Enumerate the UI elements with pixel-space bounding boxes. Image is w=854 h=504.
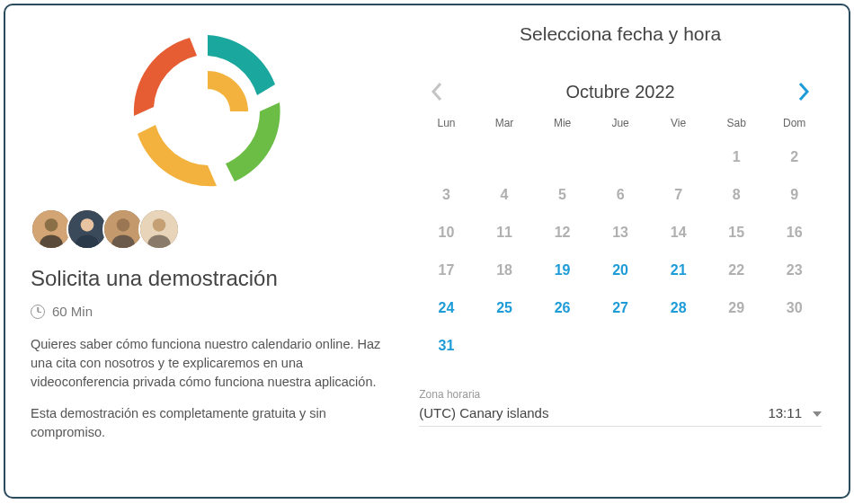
calendar-day-disabled: 17 xyxy=(419,253,474,287)
weekday-label: Lun xyxy=(419,117,474,129)
calendar-day-available[interactable]: 28 xyxy=(651,291,706,325)
weekday-label: Mie xyxy=(535,117,590,129)
info-panel: Solicita una demostración 60 Min Quieres… xyxy=(5,5,410,497)
timezone-selector[interactable]: (UTC) Canary islands 13:11 xyxy=(419,404,822,427)
svg-point-7 xyxy=(117,218,130,232)
duration-text: 60 Min xyxy=(52,304,93,319)
calendar-day-empty xyxy=(477,140,532,174)
calendar-day-available[interactable]: 31 xyxy=(419,329,474,363)
chevron-down-icon xyxy=(813,404,822,420)
description-p1: Quieres saber cómo funciona nuestro cale… xyxy=(31,335,385,392)
calendar-grid: 1234567891011121314151617181920212223242… xyxy=(419,140,822,363)
svg-marker-12 xyxy=(813,411,822,417)
timezone-label: Zona horaria xyxy=(419,388,822,401)
svg-point-1 xyxy=(45,218,58,232)
calendar-day-disabled: 12 xyxy=(535,216,590,250)
calendar-day-empty xyxy=(593,140,648,174)
chevron-left-icon xyxy=(431,82,443,102)
calendar-day-available[interactable]: 21 xyxy=(651,253,706,287)
calendar-day-empty xyxy=(535,140,590,174)
weekday-label: Dom xyxy=(767,117,822,129)
month-nav: Octubre 2022 xyxy=(419,81,822,102)
month-label: Octubre 2022 xyxy=(566,82,675,102)
description-p2: Esta demostración es completamente gratu… xyxy=(31,404,385,442)
description: Quieres saber cómo funciona nuestro cale… xyxy=(31,335,385,442)
logo-icon xyxy=(118,22,298,201)
page-title: Solicita una demostración xyxy=(31,266,385,291)
calendar-day-disabled: 2 xyxy=(767,140,822,174)
weekday-label: Jue xyxy=(593,117,648,129)
calendar-day-available[interactable]: 20 xyxy=(593,253,648,287)
weekday-label: Mar xyxy=(477,117,532,129)
calendar-day-available[interactable]: 27 xyxy=(593,291,648,325)
avatar xyxy=(138,208,180,250)
calendar-day-disabled: 5 xyxy=(535,178,590,212)
calendar-weekdays: LunMarMieJueVieSabDom xyxy=(419,117,822,129)
calendar-day-empty xyxy=(651,140,706,174)
timezone-section: Zona horaria (UTC) Canary islands 13:11 xyxy=(419,388,822,427)
svg-point-4 xyxy=(81,218,94,232)
calendar-day-disabled: 14 xyxy=(651,216,706,250)
calendar-day-disabled: 1 xyxy=(709,140,764,174)
calendar-day-available[interactable]: 19 xyxy=(535,253,590,287)
calendar-day-disabled: 8 xyxy=(709,178,764,212)
calendar-day-disabled: 10 xyxy=(419,216,474,250)
timezone-time: 13:11 xyxy=(768,405,802,420)
calendar-day-available[interactable]: 25 xyxy=(477,291,532,325)
select-datetime-title: Selecciona fecha y hora xyxy=(419,23,822,45)
booking-container: Solicita una demostración 60 Min Quieres… xyxy=(4,4,850,499)
logo xyxy=(118,22,298,201)
calendar-day-empty xyxy=(419,140,474,174)
prev-month-button[interactable] xyxy=(426,81,448,102)
calendar-day-disabled: 18 xyxy=(477,253,532,287)
svg-point-10 xyxy=(153,218,166,232)
calendar-day-disabled: 3 xyxy=(419,178,474,212)
calendar-day-disabled: 13 xyxy=(593,216,648,250)
calendar-day-disabled: 9 xyxy=(767,178,822,212)
calendar-day-disabled: 11 xyxy=(477,216,532,250)
calendar-day-disabled: 22 xyxy=(709,253,764,287)
calendar-day-disabled: 29 xyxy=(709,291,764,325)
weekday-label: Sab xyxy=(709,117,764,129)
calendar-day-disabled: 15 xyxy=(709,216,764,250)
duration-row: 60 Min xyxy=(31,304,385,319)
calendar: LunMarMieJueVieSabDom 123456789101112131… xyxy=(419,117,822,363)
calendar-day-disabled: 6 xyxy=(593,178,648,212)
calendar-panel: Selecciona fecha y hora Octubre 2022 Lun… xyxy=(410,5,849,497)
calendar-day-disabled: 7 xyxy=(651,178,706,212)
calendar-day-available[interactable]: 26 xyxy=(535,291,590,325)
timezone-value: (UTC) Canary islands xyxy=(419,405,548,420)
calendar-day-available[interactable]: 24 xyxy=(419,291,474,325)
team-avatars xyxy=(31,208,385,250)
calendar-day-disabled: 23 xyxy=(767,253,822,287)
calendar-day-disabled: 16 xyxy=(767,216,822,250)
calendar-day-disabled: 4 xyxy=(477,178,532,212)
clock-icon xyxy=(31,305,45,319)
weekday-label: Vie xyxy=(651,117,706,129)
chevron-right-icon xyxy=(797,82,810,102)
next-month-button[interactable] xyxy=(793,81,814,102)
calendar-day-disabled: 30 xyxy=(767,291,822,325)
